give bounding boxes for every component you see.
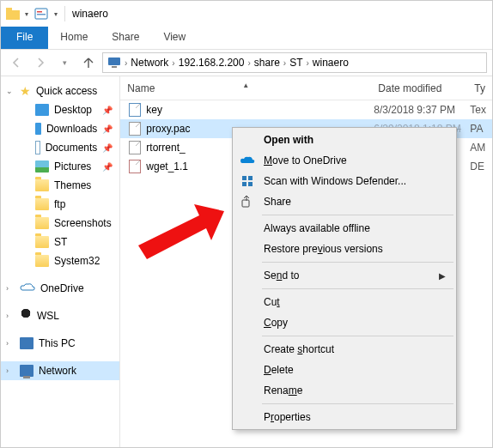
file-type: Tex (470, 104, 492, 116)
nav-label: This PC (39, 337, 76, 349)
file-icon (129, 103, 141, 117)
chevron-right-icon[interactable]: › (172, 58, 174, 68)
file-icon (129, 160, 141, 173)
folder-icon (6, 8, 20, 20)
address-toolbar: ▾ › Network › 192.168.2.200 › share › ST… (1, 49, 492, 76)
pc-icon (20, 337, 33, 349)
breadcrumb-seg[interactable]: Network (128, 57, 171, 69)
nav-label: Documents (46, 142, 98, 154)
menu-defender[interactable]: Scan with Windows Defender... (234, 171, 454, 191)
expand-icon[interactable]: ⌄ (6, 87, 15, 95)
pin-icon: 📌 (102, 162, 113, 172)
breadcrumb-seg[interactable]: 192.168.2.200 (176, 57, 247, 69)
onedrive-icon (240, 153, 255, 168)
nav-item-downloads[interactable]: Downloads📌 (1, 119, 119, 138)
pin-icon: 📌 (102, 143, 113, 153)
tab-home[interactable]: Home (48, 27, 100, 49)
col-date[interactable]: Date modified (371, 82, 467, 94)
col-type[interactable]: Ty (467, 82, 492, 94)
nav-item-pictures[interactable]: Pictures📌 (1, 157, 119, 176)
nav-item-desktop[interactable]: Desktop📌 (1, 100, 119, 119)
breadcrumb[interactable]: › Network › 192.168.2.200 › share › ST ›… (102, 52, 487, 73)
quick-access-toolbar: ▾ ▾ (6, 6, 58, 21)
chevron-right-icon[interactable]: › (283, 58, 286, 68)
menu-share[interactable]: Share (234, 191, 454, 212)
expand-icon[interactable]: › (6, 284, 15, 293)
nav-label: System32 (54, 255, 100, 267)
menu-move-onedrive[interactable]: Move to OneDrive (234, 150, 454, 171)
svg-rect-5 (108, 58, 120, 65)
nav-item-st[interactable]: ST (1, 233, 119, 251)
menu-label: Share (264, 196, 291, 208)
menu-properties[interactable]: Properties (234, 407, 454, 427)
menu-create-shortcut[interactable]: Create shortcut (234, 339, 454, 360)
folder-icon (35, 179, 49, 191)
chevron-right-icon[interactable]: › (247, 58, 250, 68)
submenu-arrow-icon: ▶ (439, 271, 446, 281)
nav-item-screenshots[interactable]: Screenshots (1, 214, 119, 233)
col-name[interactable]: Name▲ (120, 82, 371, 94)
expand-icon[interactable]: › (6, 312, 15, 320)
star-icon: ★ (20, 84, 31, 98)
expand-icon[interactable]: › (6, 366, 15, 375)
menu-separator (262, 215, 453, 215)
menu-label: Copy (264, 317, 288, 329)
sort-asc-icon: ▲ (242, 82, 249, 89)
tab-share[interactable]: Share (100, 27, 151, 49)
svg-rect-10 (248, 182, 253, 186)
nav-label: Desktop (54, 104, 92, 116)
nav-label: Downloads (46, 123, 97, 135)
menu-delete[interactable]: Delete (234, 360, 454, 380)
menu-copy[interactable]: Copy (234, 312, 454, 333)
defender-icon (240, 173, 255, 189)
file-name: key (146, 104, 162, 116)
tab-view[interactable]: View (151, 27, 198, 49)
menu-rename[interactable]: Rename (234, 380, 454, 401)
dropdown-icon[interactable]: ▾ (25, 10, 28, 18)
svg-rect-1 (6, 8, 12, 10)
file-type: AM (470, 142, 492, 154)
forward-button[interactable] (30, 52, 51, 73)
nav-quick-access[interactable]: ⌄ ★ Quick access (1, 82, 119, 100)
pin-icon: 📌 (102, 124, 113, 134)
back-button[interactable] (6, 52, 27, 73)
divider (64, 6, 65, 21)
file-type: DE (470, 160, 492, 173)
menu-label: Cut (264, 296, 280, 308)
recent-dropdown[interactable]: ▾ (54, 52, 75, 73)
menu-cut[interactable]: Cut (234, 292, 454, 312)
titlebar: ▾ ▾ winaero (1, 1, 492, 27)
expand-icon[interactable]: › (6, 339, 15, 348)
tab-file[interactable]: File (1, 27, 48, 49)
chevron-right-icon[interactable]: › (125, 58, 127, 68)
folder-icon (35, 217, 49, 229)
pc-icon[interactable] (105, 57, 124, 69)
svg-rect-6 (112, 66, 117, 68)
nav-label: Quick access (36, 85, 97, 97)
menu-always-offline[interactable]: Always available offline (234, 218, 454, 239)
nav-wsl[interactable]: ›WSL (1, 306, 119, 325)
breadcrumb-seg[interactable]: ST (287, 57, 305, 69)
nav-item-system32[interactable]: System32 (1, 251, 119, 270)
linux-icon (20, 309, 32, 323)
file-row[interactable]: key 8/3/2018 9:37 PM Tex (120, 100, 492, 119)
chevron-right-icon[interactable]: › (307, 58, 309, 68)
nav-item-documents[interactable]: Documents📌 (1, 138, 119, 157)
nav-item-ftp[interactable]: ftp (1, 195, 119, 214)
up-button[interactable] (78, 52, 99, 73)
svg-rect-11 (242, 200, 249, 207)
breadcrumb-seg[interactable]: winaero (310, 57, 351, 69)
menu-send-to[interactable]: Send to▶ (234, 265, 454, 286)
properties-icon[interactable] (33, 6, 49, 21)
nav-label: Screenshots (54, 217, 112, 229)
dropdown-icon[interactable]: ▾ (54, 10, 58, 18)
nav-network[interactable]: ›Network (1, 361, 119, 380)
menu-open-with[interactable]: Open with (234, 130, 454, 150)
nav-thispc[interactable]: ›This PC (1, 334, 119, 353)
nav-item-themes[interactable]: Themes (1, 176, 119, 195)
breadcrumb-seg[interactable]: share (252, 57, 283, 69)
menu-separator (262, 403, 453, 404)
nav-onedrive[interactable]: ›OneDrive (1, 279, 119, 298)
menu-separator (262, 262, 453, 263)
menu-restore-versions[interactable]: Restore previous versions (234, 239, 454, 259)
